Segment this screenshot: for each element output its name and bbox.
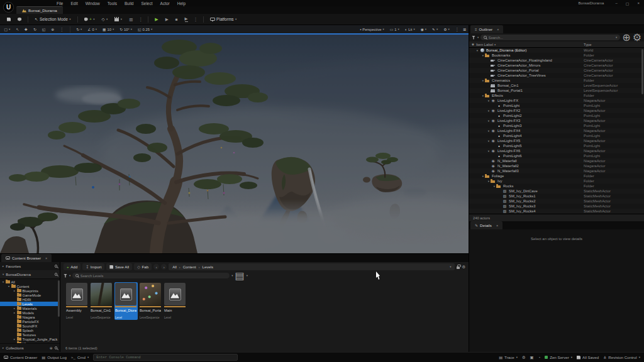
output-log-button[interactable]: ▤ Output Log [42,355,66,359]
collections-section[interactable]: ▸ Collections ⊕ [0,344,60,352]
zen-server-dropdown[interactable]: Zen Server ▾ [545,355,572,359]
outliner-row[interactable]: ▾ Cinematics Folder [469,78,644,83]
menu-item[interactable]: Tools [104,1,121,6]
path-history-icon[interactable]: ▾ [450,265,451,268]
rotate-tool-button[interactable]: ↻ [31,27,38,32]
forward-button[interactable]: › [161,264,167,270]
select-tool-button[interactable]: ↖ [14,27,21,32]
grid-snap-control[interactable]: ▦10▾ [101,27,116,32]
outliner-row[interactable]: ▾ Ivy Folder [469,178,644,184]
folder-row[interactable]: Levels [0,302,60,306]
outliner-row[interactable]: ▾ Effects Folder [469,93,644,98]
search-icon[interactable] [55,265,58,268]
outliner-row[interactable]: PointLight4 PointLight [469,133,644,138]
snap-angle-control[interactable]: ∠0▾ [86,27,99,32]
menu-item[interactable]: Window [82,1,104,6]
outliner-row[interactable]: PointLight PointLight [469,103,644,108]
outliner-row[interactable]: N_Waterfall NiagaraActor [469,158,644,163]
outliner-search-input[interactable]: Search... ▾ [480,35,620,40]
favorites-section[interactable]: ▸ Favorites [0,262,60,270]
maximize-button[interactable]: ▢ [626,1,630,6]
transform-options-button[interactable]: ⋮ [58,27,65,32]
outliner-row[interactable]: N_Waterfall3 NiagaraActor [469,168,644,173]
menu-item[interactable]: Actor [157,1,174,6]
asset-tile[interactable]: Bonsai_Diorama Level [114,282,138,320]
tab-content-browser[interactable]: Content Browser × [1,254,52,262]
outliner-row[interactable]: SM_Ivy_Rocks1 StaticMeshActor [469,194,644,199]
outliner-row[interactable]: PointLight5 PointLight [469,143,644,148]
select-objects-dropdown[interactable]: ▢▾ [3,27,12,32]
view-mode-dropdown[interactable]: ◐Lit▾ [403,27,416,32]
outliner-row[interactable]: ▾ LiveLight-FX6 NiagaraActor [469,148,644,153]
outliner-row[interactable]: PointLight2 PointLight [469,113,644,118]
asset-tile[interactable]: Main Level [164,282,187,320]
asset-search-input[interactable]: Search Levels [72,273,230,278]
outliner-row[interactable]: CineCameraActor_FloatingIsland CineCamer… [469,58,644,63]
filter-icon[interactable] [64,274,67,278]
save-button[interactable] [4,16,13,23]
revision-control-dropdown[interactable]: ⋔ Revision Control ▾ [603,355,640,359]
platforms-dropdown[interactable]: Platforms ▾ [208,16,240,23]
outliner-row[interactable]: CineCameraActor_Mirrors CineCameraActor [469,63,644,68]
search-icon[interactable] [55,273,58,276]
menu-item[interactable]: Select [137,1,156,6]
project-root-section[interactable]: ▾ BonsaiDiorama [0,270,60,278]
editor-modes-button[interactable] [15,16,24,23]
outliner-row[interactable]: Bonsai_Portal1 LevelSequenceActor [469,88,644,93]
folder-row[interactable]: ▸ Models [0,310,60,315]
trace-dropdown[interactable]: ▤ Trace ▾ [499,355,518,359]
fab-button[interactable]: ◇Fab [134,263,152,270]
close-icon[interactable]: × [497,28,499,31]
stop-button[interactable]: ■ [173,16,180,23]
maximize-viewport-button[interactable]: ⊞ [463,28,466,31]
outliner-row[interactable]: SM_Ivy_Rocks4 StaticMeshActor [469,209,644,214]
console-command-input[interactable]: Enter Console Command [93,354,238,361]
folder-row[interactable]: ▸ Materials [0,306,60,310]
add-actor-dropdown[interactable]: + ▾ [82,16,97,23]
breadcrumb-item[interactable]: All [172,265,177,269]
perspective-dropdown[interactable]: ▪Perspective▾ [358,27,386,32]
tab-details[interactable]: ✎ Details × [470,221,502,229]
move-tool-button[interactable]: ✚ [23,27,30,32]
screen-percentage-dropdown[interactable]: ▭1▾ [388,27,401,32]
launch-button[interactable]: ▶ [182,15,191,23]
outliner-row[interactable]: ▾ Foliage Folder [469,173,644,178]
outliner-row[interactable]: Bonsai_Cin1 LevelSequenceActor [469,83,644,88]
outliner-row[interactable]: CineCameraActor_Portal CineCameraActor [469,68,644,73]
toolbar-overflow-button[interactable]: ⋮ [137,17,144,22]
frame-skip-button[interactable]: ▶ [163,16,171,23]
viewport-settings-dropdown[interactable]: ⚙▾ [442,27,451,32]
add-button[interactable]: +Add [64,263,80,270]
outliner-row[interactable]: PointLight3 PointLight [469,123,644,128]
viewport-overflow-button[interactable]: ⋮ [453,27,460,32]
save-search-icon[interactable]: ▾ [231,274,233,277]
outliner-row[interactable]: CineCameraActor_TreeVines CineCameraActo… [469,73,644,78]
background-tasks-icon[interactable]: ◔ [538,355,540,359]
folder-row[interactable]: HDRI [0,297,60,302]
world-coordinate-toggle[interactable]: ⊕ [50,27,56,32]
level-tab[interactable]: Bonsai_Diorama [16,6,63,14]
outliner-row[interactable]: ▾ LiveLight-FX4 NiagaraActor [469,128,644,133]
play-options-button[interactable]: ⋮ [192,17,199,22]
outliner-row[interactable]: SM_Ivy_Rocks3 StaticMeshActor [469,204,644,209]
settings-gear-icon[interactable]: ⚙ [522,355,526,359]
outliner-row[interactable]: ▾ Rocks Folder [469,184,644,189]
outliner-row[interactable]: SM_Ivy_Rocks2 StaticMeshActor [469,199,644,204]
outliner-column-header[interactable]: ◉ Item Label▴ Type [469,41,644,48]
asset-tile[interactable]: Assembly Level [65,282,89,320]
scale-tool-button[interactable]: ◱ [40,27,47,32]
menu-item[interactable]: File [53,1,67,6]
outliner-row[interactable]: SM_Ivy_DirtCave StaticMeshActor [469,189,644,194]
outliner-row[interactable]: ▾ LiveLight-FX3 NiagaraActor [469,118,644,123]
folder-row[interactable]: Splash [0,328,60,332]
blueprints-dropdown[interactable]: ◇ ▾ [99,16,111,23]
selection-mode-dropdown[interactable]: ↖ Selection Mode ▾ [32,16,74,23]
outliner-row[interactable]: ▾ Bonsai_Diorama (Editor) World [469,48,644,53]
minimize-button[interactable]: – [615,1,617,5]
save-all-button[interactable]: Save All [106,263,132,270]
folder-row[interactable]: Niagara [0,315,60,319]
outliner-row[interactable]: PointLight6 PointLight [469,153,644,158]
add-collection-icon[interactable]: ⊕ [50,346,53,350]
asset-tile[interactable]: Bonsai_Cin1 LevelSequence [90,282,113,320]
close-icon[interactable]: × [45,256,47,260]
